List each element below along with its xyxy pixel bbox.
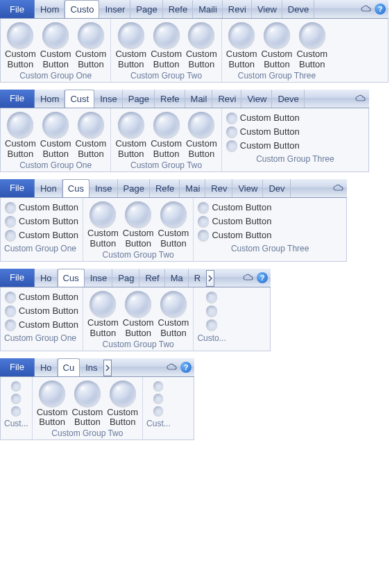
tab-overflow-button[interactable] xyxy=(103,360,112,376)
tab-overflow-button[interactable] xyxy=(206,270,214,287)
tab-customizer[interactable]: Custo xyxy=(65,0,99,19)
custom-button[interactable]: CustomButton xyxy=(186,112,217,160)
custom-button-icon xyxy=(78,22,104,49)
custom-button[interactable] xyxy=(206,305,217,317)
tab-mailings[interactable]: Maili xyxy=(193,0,223,18)
tab-customizer[interactable]: Cust xyxy=(65,90,94,108)
tab-page-layout[interactable]: Pag xyxy=(112,269,139,287)
tab-home[interactable]: Ho xyxy=(35,269,58,287)
file-button[interactable]: File xyxy=(0,0,35,18)
custom-button[interactable]: CustomButton xyxy=(37,380,68,428)
file-button[interactable]: File xyxy=(0,90,35,108)
custom-button[interactable]: CustomButton xyxy=(151,112,182,160)
custom-button[interactable] xyxy=(153,393,163,404)
custom-button[interactable]: CustomButton xyxy=(186,22,217,70)
custom-button[interactable]: CustomButton xyxy=(158,291,189,339)
tab-mailings[interactable]: Ma xyxy=(165,269,189,287)
custom-button[interactable] xyxy=(11,405,21,417)
tab-developer[interactable]: Dev xyxy=(263,179,290,197)
tab-references[interactable]: Refe xyxy=(150,179,180,197)
custom-button[interactable]: CustomButton xyxy=(87,201,119,249)
custom-button[interactable]: Custom Button xyxy=(5,305,78,317)
cloud-icon[interactable] xyxy=(361,5,372,13)
cloud-icon[interactable] xyxy=(243,274,254,282)
custom-button[interactable]: CustomButton xyxy=(226,22,257,70)
custom-button-icon xyxy=(125,291,151,317)
tab-insert[interactable]: Inse xyxy=(85,269,113,287)
custom-button[interactable] xyxy=(11,393,21,404)
custom-button[interactable]: CustomButton xyxy=(107,380,138,428)
ribbon-group-two: CustomButton CustomButton CustomButton C… xyxy=(111,19,221,82)
custom-button[interactable]: Custom Button xyxy=(5,291,78,303)
custom-button[interactable]: Custom Button xyxy=(5,215,78,228)
tab-references[interactable]: Refe xyxy=(155,90,185,108)
custom-button[interactable]: CustomButton xyxy=(40,112,71,160)
cloud-icon[interactable] xyxy=(167,363,178,371)
custom-button[interactable] xyxy=(206,291,217,303)
custom-button[interactable]: CustomButton xyxy=(76,22,107,70)
custom-button[interactable] xyxy=(11,380,21,392)
tab-view[interactable]: View xyxy=(232,179,263,197)
help-icon[interactable]: ? xyxy=(375,3,386,15)
tab-home[interactable]: Hom xyxy=(35,90,65,108)
custom-button[interactable]: Custom Button xyxy=(5,319,78,331)
custom-button[interactable]: Custom Button xyxy=(198,229,271,242)
tab-customizer[interactable]: Cus xyxy=(62,179,90,198)
tab-home[interactable]: Hom xyxy=(35,0,65,18)
cloud-icon[interactable] xyxy=(333,184,344,192)
custom-button[interactable]: Custom Button xyxy=(226,126,300,138)
custom-button[interactable]: Custom Button xyxy=(226,140,300,152)
tab-mailings[interactable]: Mai xyxy=(180,179,205,197)
file-button[interactable]: File xyxy=(0,179,35,197)
tab-mailings[interactable]: Mail xyxy=(185,90,213,108)
custom-button[interactable] xyxy=(153,405,163,417)
custom-button[interactable]: Custom Button xyxy=(198,201,271,214)
tab-review[interactable]: Rev xyxy=(205,179,232,197)
custom-button[interactable]: CustomButton xyxy=(123,201,154,249)
tab-insert[interactable]: Inse xyxy=(94,90,123,108)
tab-review[interactable]: Revi xyxy=(223,0,252,18)
file-button[interactable]: File xyxy=(0,269,35,287)
tab-view[interactable]: View xyxy=(252,0,282,18)
custom-button[interactable]: CustomButton xyxy=(151,22,182,70)
tab-insert[interactable]: Inser xyxy=(99,0,130,18)
tab-home[interactable]: Ho xyxy=(35,358,58,376)
tab-review[interactable]: Revi xyxy=(212,90,241,108)
custom-button[interactable]: CustomButton xyxy=(262,22,293,70)
custom-button[interactable]: CustomButton xyxy=(115,22,146,70)
custom-button[interactable]: CustomButton xyxy=(296,22,327,70)
custom-button[interactable]: CustomButton xyxy=(40,22,71,70)
tab-insert[interactable]: Inse xyxy=(90,179,118,197)
tab-page-layout[interactable]: Page xyxy=(118,179,150,197)
tab-developer[interactable]: Deve xyxy=(282,0,314,18)
custom-button[interactable]: CustomButton xyxy=(87,291,119,339)
custom-button[interactable]: CustomButton xyxy=(123,291,154,339)
custom-button[interactable]: Custom Button xyxy=(198,215,271,228)
tab-review[interactable]: R xyxy=(189,269,206,287)
custom-button[interactable]: Custom Button xyxy=(5,229,78,242)
custom-button[interactable]: CustomButton xyxy=(158,201,189,249)
tab-customizer[interactable]: Cu xyxy=(58,358,80,377)
help-icon[interactable]: ? xyxy=(180,362,191,373)
tab-developer[interactable]: Deve xyxy=(272,90,304,108)
custom-button[interactable] xyxy=(153,380,163,392)
tab-home[interactable]: Hon xyxy=(35,179,62,197)
custom-button[interactable] xyxy=(206,319,217,331)
custom-button[interactable]: CustomButton xyxy=(115,112,146,160)
tab-page-layout[interactable]: Page xyxy=(123,90,155,108)
custom-button[interactable]: CustomButton xyxy=(71,380,103,428)
tab-customizer[interactable]: Cus xyxy=(58,269,85,287)
custom-button[interactable]: CustomButton xyxy=(5,112,36,160)
help-icon[interactable]: ? xyxy=(257,272,268,283)
tab-references[interactable]: Refe xyxy=(163,0,193,18)
cloud-icon[interactable] xyxy=(355,94,366,103)
tab-insert[interactable]: Ins xyxy=(80,358,103,376)
tab-page-layout[interactable]: Page xyxy=(130,0,162,18)
tab-view[interactable]: View xyxy=(241,90,272,108)
custom-button[interactable]: CustomButton xyxy=(5,22,36,70)
custom-button[interactable]: Custom Button xyxy=(226,112,300,124)
tab-references[interactable]: Ref xyxy=(139,269,164,287)
file-button[interactable]: File xyxy=(0,358,35,376)
custom-button[interactable]: Custom Button xyxy=(5,201,78,214)
custom-button[interactable]: CustomButton xyxy=(76,112,107,160)
